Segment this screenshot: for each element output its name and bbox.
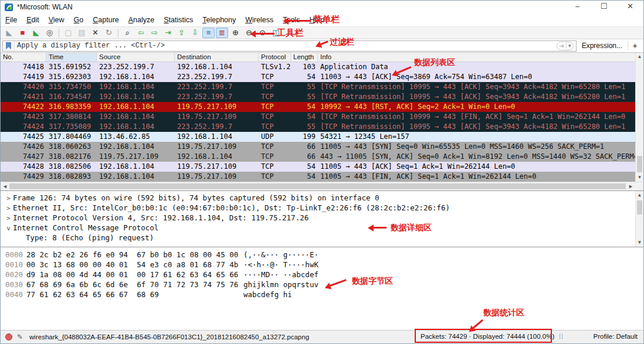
details-tree-row[interactable]: vInternet Control Message Protocol xyxy=(1,223,643,233)
details-tree-row[interactable]: >Ethernet II, Src: IntelCor_b0:b0:1c (e0… xyxy=(1,203,643,213)
column-header-destination[interactable]: Destination xyxy=(175,53,259,62)
packet-row[interactable]: 74426318.060263192.168.1.104119.75.217.1… xyxy=(1,142,643,152)
collapsed-chevron-icon[interactable]: > xyxy=(4,193,13,203)
menu-file[interactable]: File xyxy=(1,15,22,25)
details-text: Internet Protocol Version 4, Src: 192.16… xyxy=(13,213,309,222)
menu-telephony[interactable]: Telephony xyxy=(198,15,240,25)
autoscroll-icon[interactable]: ≡ xyxy=(202,28,215,38)
collapsed-chevron-icon[interactable]: > xyxy=(4,213,13,223)
packet-cell: 192.168.1.104 xyxy=(97,162,175,172)
packet-cell: TCP xyxy=(259,102,291,112)
filter-history-caret-icon[interactable]: ▾ xyxy=(566,43,571,49)
scroll-down-icon[interactable]: ▼ xyxy=(636,173,643,182)
menu-wireless[interactable]: Wireless xyxy=(240,15,278,25)
go-to-packet-icon[interactable]: ⇥ xyxy=(162,28,174,38)
apply-filter-button[interactable]: ➜ ▾ xyxy=(557,42,574,50)
scroll-right-icon[interactable]: ► xyxy=(626,182,635,190)
packet-row[interactable]: 74420315.734750192.168.1.104223.252.199.… xyxy=(1,82,643,92)
column-header-no[interactable]: No. xyxy=(1,53,46,62)
hex-row[interactable]: 004077 61 62 63 64 65 66 67 68 69wabcdef… xyxy=(1,289,643,299)
packet-row[interactable]: 74424317.735089192.168.1.104223.252.199.… xyxy=(1,122,643,132)
scroll-up-icon[interactable]: ▲ xyxy=(636,53,643,61)
stop-capture-icon[interactable]: ■ xyxy=(16,28,29,38)
packet-row[interactable]: 74422316.983359192.168.1.104119.75.217.1… xyxy=(1,102,643,112)
go-top-icon[interactable]: ⇧ xyxy=(175,28,188,38)
scrollbar-thumb[interactable] xyxy=(637,156,642,172)
packet-cell: 54 xyxy=(291,102,318,112)
packet-list-vertical-scrollbar[interactable]: ▲ ▼ xyxy=(635,53,643,182)
packet-cell: 192.168.1.104 xyxy=(97,92,175,102)
hscrollbar-thumb[interactable] xyxy=(9,183,626,189)
menu-go[interactable]: Go xyxy=(69,15,89,25)
close-button[interactable]: ✕ xyxy=(617,1,643,13)
ascii-values: ·<·h··@· T····hwK xyxy=(243,260,318,270)
capture-options-icon[interactable]: ◎ xyxy=(43,28,56,38)
column-header-time[interactable]: Time xyxy=(46,53,97,62)
expert-info-icon[interactable] xyxy=(5,333,12,340)
minimize-button[interactable]: – xyxy=(564,1,591,13)
details-tree-row[interactable]: Type: 8 (Echo (ping) request) xyxy=(1,233,643,243)
packet-row[interactable]: 74418315.691952223.252.199.7192.168.1.10… xyxy=(1,62,643,72)
packet-list-horizontal-scrollbar[interactable]: ◄ ► xyxy=(1,182,643,190)
packet-cell: 74424 xyxy=(1,122,46,132)
reload-icon[interactable]: ↻ xyxy=(103,28,115,38)
add-filter-button[interactable]: + xyxy=(628,41,642,50)
scrollbar-thumb[interactable] xyxy=(637,200,642,214)
column-header-protocol[interactable]: Protocol xyxy=(259,53,291,62)
details-tree-row[interactable]: >Internet Protocol Version 4, Src: 192.1… xyxy=(1,213,643,223)
details-text: Internet Control Message Protocol xyxy=(13,223,158,232)
go-back-icon[interactable]: ⇦ xyxy=(135,28,147,38)
capture-comment-icon[interactable]: ✎ xyxy=(17,333,23,341)
collapsed-chevron-icon[interactable]: > xyxy=(4,203,13,213)
packet-row[interactable]: 74429318.082893192.168.1.104119.75.217.1… xyxy=(1,172,643,182)
go-bottom-icon[interactable]: ⇩ xyxy=(189,28,201,38)
packet-row[interactable]: 74427318.082176119.75.217.109192.168.1.1… xyxy=(1,152,643,162)
hex-row[interactable]: 003067 68 69 6a 6b 6c 6d 6e 6f 70 71 72 … xyxy=(1,280,643,289)
column-header-info[interactable]: Info xyxy=(318,53,643,62)
menu-edit[interactable]: Edit xyxy=(22,15,44,25)
go-forward-icon[interactable]: ⇨ xyxy=(148,28,161,38)
packet-cell: TLSv1.2 xyxy=(259,62,291,72)
annotation-packet-details-label: 数据详细区 xyxy=(391,223,432,233)
start-capture-icon[interactable]: ◣ xyxy=(3,28,15,38)
scroll-down-icon[interactable]: ▼ xyxy=(636,239,643,247)
packet-cell: 55 xyxy=(291,122,318,132)
hex-row[interactable]: 0020d9 1a 08 00 4d 44 00 01 00 17 61 62 … xyxy=(1,270,643,280)
details-vertical-scrollbar[interactable]: ▲ ▼ xyxy=(635,191,643,247)
menu-statistics[interactable]: Statistics xyxy=(159,15,198,25)
expression-button[interactable]: Expression... xyxy=(577,42,628,50)
packet-row[interactable]: 74425317.804469113.46.62.85192.168.1.104… xyxy=(1,132,643,142)
close-file-icon[interactable]: ✕ xyxy=(89,28,101,38)
column-header-length[interactable]: Length xyxy=(291,53,318,62)
packet-row[interactable]: 74419315.692303192.168.1.104223.252.199.… xyxy=(1,72,643,82)
expanded-chevron-icon[interactable]: v xyxy=(4,223,13,233)
packet-cell: 74423 xyxy=(1,112,46,122)
maximize-button[interactable]: ☐ xyxy=(591,1,617,13)
hex-row[interactable]: 001000 3c 13 68 00 00 40 01 54 e3 c0 a8 … xyxy=(1,260,643,270)
wireshark-window: *Microsoft: WLAN – ☐ ✕ FileEditViewGoCap… xyxy=(0,0,644,344)
packet-row[interactable]: 74421316.734547192.168.1.104223.252.199.… xyxy=(1,92,643,102)
restart-capture-icon[interactable]: ◣ xyxy=(30,28,42,38)
hex-row[interactable]: 000028 2c b2 e2 26 f6 e0 94 67 b0 b0 1c … xyxy=(1,250,643,260)
packet-row[interactable]: 74428318.082506192.168.1.104119.75.217.1… xyxy=(1,162,643,172)
main-toolbar: ◣■◣◎▢▤✕↻⌕⇦⇨⇥⇧⇩≡≣⊕⊖⊙◫ xyxy=(1,26,643,39)
display-filter-input[interactable] xyxy=(15,42,557,50)
bookmark-icon xyxy=(6,42,11,50)
zoom-in-icon[interactable]: ⊕ xyxy=(229,28,242,38)
find-packet-icon[interactable]: ⌕ xyxy=(121,28,134,38)
colorize-icon[interactable]: ≣ xyxy=(216,28,228,38)
save-file-icon[interactable]: ▤ xyxy=(76,28,88,38)
packet-row[interactable]: 74423317.380814192.168.1.104119.75.217.1… xyxy=(1,112,643,122)
menu-view[interactable]: View xyxy=(44,15,69,25)
profile-label[interactable]: Profile: Default xyxy=(594,333,638,340)
packet-cell: 119.75.217.109 xyxy=(175,102,259,112)
column-header-source[interactable]: Source xyxy=(97,53,175,62)
menu-analyze[interactable]: Analyze xyxy=(124,15,159,25)
open-file-icon[interactable]: ▢ xyxy=(62,28,74,38)
packet-cell: 192.168.1.104 xyxy=(97,112,175,122)
details-tree-row[interactable]: >Frame 126: 74 bytes on wire (592 bits),… xyxy=(1,193,643,203)
scroll-left-icon[interactable]: ◄ xyxy=(1,182,9,190)
menu-capture[interactable]: Capture xyxy=(88,15,123,25)
scroll-up-icon[interactable]: ▲ xyxy=(636,191,643,199)
filter-bookmark-button[interactable] xyxy=(3,41,15,51)
